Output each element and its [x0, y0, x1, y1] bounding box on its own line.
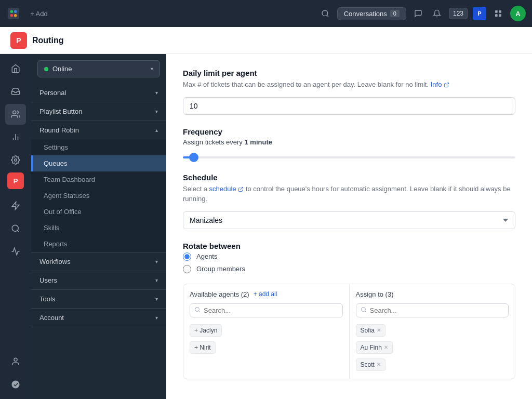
- available-agents-search-input[interactable]: [204, 307, 338, 314]
- assign-to-search-input[interactable]: [370, 307, 504, 314]
- rotate-group-option[interactable]: Group members: [183, 265, 515, 273]
- svg-point-10: [13, 111, 16, 114]
- status-selector[interactable]: Online ▾: [37, 60, 160, 77]
- available-agents-search: [190, 303, 343, 317]
- sidebar-item-out-of-office[interactable]: Out of Office: [31, 204, 166, 220]
- rail-home[interactable]: [5, 58, 26, 79]
- grid-icon-button[interactable]: [491, 7, 505, 20]
- frequency-slider[interactable]: [183, 156, 515, 158]
- agent-nirit-name: + Nirit: [194, 344, 211, 351]
- rotate-agents-radio[interactable]: [183, 252, 191, 261]
- schedule-link[interactable]: schedule: [209, 185, 244, 193]
- daily-limit-input[interactable]: [183, 97, 515, 115]
- bell-icon-button[interactable]: [430, 7, 444, 20]
- num-badge[interactable]: 123: [449, 8, 468, 19]
- sidebar-item-agent-statuses[interactable]: Agent Statuses: [31, 188, 166, 204]
- rail-search[interactable]: [5, 218, 26, 239]
- sidebar-item-skills[interactable]: Skills: [31, 220, 166, 236]
- info-link[interactable]: Info: [431, 81, 449, 88]
- sidebar-section-header-personal[interactable]: Personal ▾: [31, 84, 166, 102]
- daily-limit-desc: Max # of tickets that can be assigned to…: [183, 79, 515, 90]
- agent-tag-nirit[interactable]: + Nirit: [190, 341, 216, 354]
- svg-point-21: [195, 307, 200, 311]
- rotate-group-radio[interactable]: [183, 265, 191, 273]
- sidebar-section-header-workflows[interactable]: Workflows ▾: [31, 252, 166, 271]
- sidebar-item-team-dashboard[interactable]: Team Dashboard: [31, 171, 166, 188]
- svg-point-1: [10, 10, 13, 13]
- daily-limit-title: Daily limit per agent: [183, 69, 515, 77]
- svg-point-4: [14, 14, 17, 17]
- assign-to-list: Sofia ✕ Au Finh ✕ Scott ✕: [356, 323, 509, 373]
- status-label: Online: [52, 65, 147, 73]
- frequency-title: Frequency: [183, 127, 515, 136]
- sidebar-item-queues[interactable]: Queues: [31, 155, 166, 171]
- frequency-value: 1 minute: [245, 138, 272, 146]
- agent-tag-jaclyn[interactable]: + Jaclyn: [190, 324, 222, 337]
- rail-user[interactable]: [5, 351, 26, 372]
- schedule-dropdown[interactable]: Manizales Default Schedule Custom Schedu…: [183, 211, 515, 229]
- add-all-button[interactable]: + add all: [254, 290, 277, 298]
- svg-point-2: [14, 10, 17, 13]
- svg-rect-8: [495, 14, 498, 17]
- rotate-agents-label: Agents: [196, 252, 217, 260]
- conversations-count: 0: [390, 10, 400, 17]
- available-agents-col: Available agents (2) + add all + Jaclyn: [183, 284, 350, 379]
- logo[interactable]: [6, 6, 21, 21]
- chat-icon-button[interactable]: [411, 7, 425, 20]
- chevron-down-icon: ▾: [155, 277, 158, 283]
- assign-to-title: Assign to (3): [356, 290, 394, 298]
- sidebar-section-tools: Tools ▾: [31, 290, 166, 309]
- remove-sofia-icon[interactable]: ✕: [377, 327, 381, 333]
- search-icon: [361, 307, 367, 314]
- brand-title: Routing: [32, 36, 63, 45]
- schedule-title: Schedule: [183, 173, 515, 182]
- sidebar-section-personal: Personal ▾: [31, 84, 166, 102]
- rail-lightning[interactable]: [5, 195, 26, 216]
- available-agents-header: Available agents (2) + add all: [190, 290, 343, 298]
- sidebar-item-settings[interactable]: Settings: [31, 139, 166, 155]
- frequency-slider-container: [183, 151, 515, 161]
- status-chevron-icon: ▾: [151, 66, 153, 72]
- brand: P Routing: [10, 32, 63, 49]
- sidebar-section-header-users[interactable]: Users ▾: [31, 271, 166, 289]
- p-badge[interactable]: P: [473, 7, 486, 20]
- add-button[interactable]: + Add: [26, 8, 52, 20]
- rail-plugin[interactable]: P: [7, 172, 24, 189]
- remove-scott-icon[interactable]: ✕: [377, 362, 381, 367]
- rail-inbox[interactable]: [5, 81, 26, 102]
- search-button[interactable]: [318, 7, 332, 20]
- rail-contacts[interactable]: [5, 104, 26, 125]
- sidebar-section-users: Users ▾: [31, 271, 166, 290]
- sidebar-section-header-tools[interactable]: Tools ▾: [31, 290, 166, 308]
- svg-line-19: [446, 83, 449, 85]
- rail-zendesk[interactable]: [5, 374, 26, 395]
- chevron-down-icon: ▾: [155, 259, 158, 264]
- frequency-desc: Assign tickets every 1 minute: [183, 138, 515, 146]
- agent-tag-sofia[interactable]: Sofia ✕: [356, 324, 385, 337]
- brand-icon: P: [10, 32, 27, 49]
- user-avatar[interactable]: A: [510, 6, 526, 21]
- available-agents-title: Available agents (2): [190, 290, 249, 298]
- rail-settings[interactable]: [5, 150, 26, 170]
- agent-tag-scott[interactable]: Scott ✕: [356, 358, 385, 371]
- chevron-down-icon: ▾: [155, 296, 158, 302]
- sidebar-item-reports[interactable]: Reports: [31, 236, 166, 252]
- topbar: + Add Conversations 0 123 P A: [0, 0, 532, 27]
- chevron-down-icon: ▾: [155, 90, 158, 96]
- svg-rect-7: [499, 10, 501, 13]
- rail-analytics[interactable]: [5, 241, 26, 262]
- rail-reports[interactable]: [5, 127, 26, 148]
- agent-aufinh-name: Au Finh: [361, 344, 382, 351]
- assign-to-col: Assign to (3) Sofia ✕ Au Finh: [350, 284, 515, 379]
- sidebar-section-header-account[interactable]: Account ▾: [31, 309, 166, 327]
- sidebar-section-playlist: Playlist Button ▾: [31, 102, 166, 121]
- assign-to-header: Assign to (3): [356, 290, 509, 298]
- chevron-down-icon: ▾: [155, 315, 158, 321]
- sidebar-section-header-playlist[interactable]: Playlist Button ▾: [31, 102, 166, 121]
- rotate-agents-option[interactable]: Agents: [183, 252, 515, 261]
- sidebar-section-header-round-robin[interactable]: Round Robin ▴: [31, 121, 166, 139]
- agent-tag-aufinh[interactable]: Au Finh ✕: [356, 341, 393, 354]
- remove-aufinh-icon[interactable]: ✕: [384, 344, 388, 350]
- conversations-label: Conversations: [344, 10, 387, 18]
- conversations-button[interactable]: Conversations 0: [337, 7, 406, 20]
